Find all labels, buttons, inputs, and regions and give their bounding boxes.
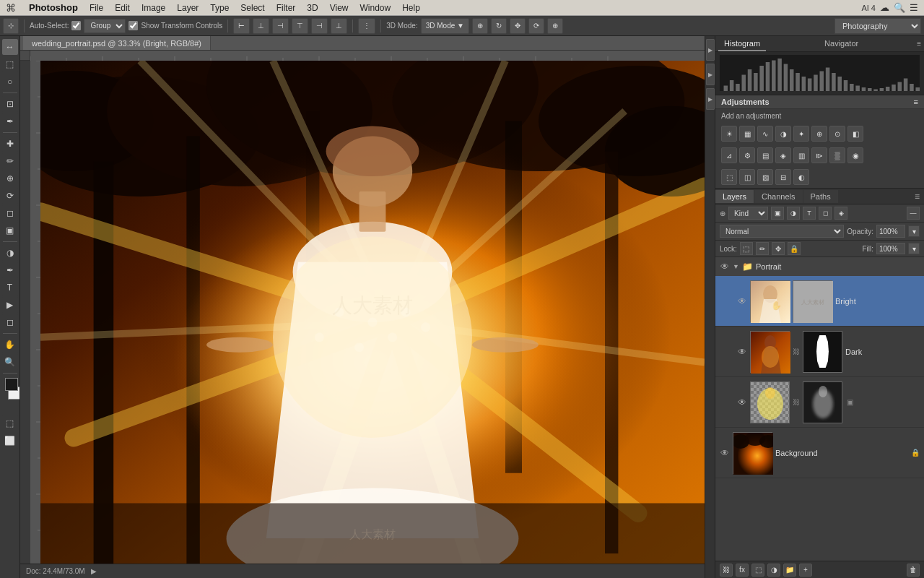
canvas-area[interactable]: 人大素材 人大素材	[40, 61, 705, 564]
new-group-btn[interactable]: 📁	[783, 564, 796, 577]
adj-invert-btn[interactable]: ◈	[775, 147, 791, 163]
adj-curves-btn[interactable]: ∿	[757, 126, 773, 142]
panel-menu-icon[interactable]: ≡	[917, 40, 921, 48]
adj-extra-4-btn[interactable]: ⊟	[775, 169, 791, 185]
lock-artboard-btn[interactable]: ✥	[772, 242, 785, 255]
layers-tab[interactable]: Layers	[715, 190, 754, 203]
pan-btn[interactable]: ✥	[510, 18, 526, 34]
delete-layer-btn[interactable]: 🗑	[907, 564, 920, 577]
distribute-btn[interactable]: ⋮	[358, 18, 375, 34]
channels-tab[interactable]: Channels	[754, 190, 803, 203]
menu-3d[interactable]: 3D	[301, 1, 323, 14]
collapse-panel-btn-1[interactable]: ▶	[706, 39, 715, 61]
link-layers-btn[interactable]: ⛓	[720, 564, 733, 577]
move-tool[interactable]: ↔	[2, 39, 18, 55]
paths-tab[interactable]: Paths	[803, 190, 839, 203]
select-tool[interactable]: ⬚	[2, 56, 18, 72]
adjustments-menu[interactable]: ≡	[914, 98, 918, 106]
filter-pixel-btn[interactable]: ▣	[771, 207, 784, 220]
add-fx-btn[interactable]: fx	[736, 564, 749, 577]
collapse-panel-btn-3[interactable]: ▶	[706, 88, 715, 110]
brush-tool[interactable]: ✏	[2, 153, 18, 169]
menu-window[interactable]: Window	[354, 1, 397, 14]
blend-mode-select[interactable]: Normal Multiply Screen Overlay	[720, 225, 844, 238]
menu-view[interactable]: View	[324, 1, 354, 14]
adj-color-balance-btn[interactable]: ⊙	[829, 126, 845, 142]
hand-tool[interactable]: ✋	[2, 337, 18, 353]
zoom-tool[interactable]: 🔍	[2, 354, 18, 370]
3d-mode-btn[interactable]: 3D Mode ▼	[421, 18, 469, 34]
menu-type[interactable]: Type	[204, 1, 235, 14]
layer-group-portrait[interactable]: 👁 ▼ 📁 Portrait	[715, 257, 924, 276]
layer-bright[interactable]: 👁	[715, 276, 924, 327]
quick-mask-btn[interactable]: ⬚	[2, 415, 18, 431]
adj-brightness-btn[interactable]: ☀	[721, 126, 737, 142]
foreground-color[interactable]	[5, 378, 18, 391]
eyedrop-tool[interactable]: ✒	[2, 113, 18, 129]
compass-btn[interactable]: ⊕	[472, 18, 488, 34]
lock-position-btn[interactable]: ✏	[756, 242, 769, 255]
add-mask-btn[interactable]: ⬚	[751, 564, 764, 577]
align-right-btn[interactable]: ⊣	[272, 18, 289, 34]
opacity-input[interactable]	[876, 225, 905, 238]
layer-background[interactable]: 👁	[715, 428, 924, 478]
menu-help[interactable]: Help	[396, 1, 426, 14]
adj-vibrance-btn[interactable]: ✦	[793, 126, 809, 142]
filter-type-btn[interactable]: T	[803, 207, 816, 220]
adj-photo-filter-btn[interactable]: ⊿	[721, 147, 737, 163]
apple-menu[interactable]: ⌘	[6, 2, 16, 14]
layer-glow[interactable]: 👁	[715, 377, 924, 428]
adj-gradient-map-btn[interactable]: ▒	[829, 147, 845, 163]
adj-posterize-btn[interactable]: ▥	[793, 147, 809, 163]
auto-select-dropdown[interactable]: Group Layer	[84, 19, 126, 33]
lasso-tool[interactable]: ○	[2, 74, 18, 90]
screen-mode-btn[interactable]: ⬜	[2, 433, 18, 449]
layer-dark[interactable]: 👁	[715, 327, 924, 377]
layers-panel-menu-btn[interactable]: ≡	[910, 191, 924, 202]
align-bottom-btn[interactable]: ⊥	[331, 18, 347, 34]
adj-levels-btn[interactable]: ▦	[739, 126, 755, 142]
new-adjustment-btn[interactable]: ◑	[767, 564, 780, 577]
search-icon[interactable]: 🔍	[894, 2, 905, 13]
opacity-dropdown-btn[interactable]: ▾	[908, 225, 920, 237]
adj-exposure-btn[interactable]: ◑	[775, 126, 791, 142]
portrait-group-arrow[interactable]: ▼	[733, 263, 739, 270]
cloud-icon[interactable]: ☁	[880, 2, 889, 13]
histogram-tab[interactable]: Histogram	[718, 37, 766, 51]
adj-color-lookup-btn[interactable]: ▤	[757, 147, 773, 163]
roll-btn[interactable]: ⟳	[528, 18, 544, 34]
lock-all-btn[interactable]: 🔒	[788, 242, 801, 255]
gradient-tool[interactable]: ▣	[2, 223, 18, 238]
collapse-panel-btn-2[interactable]: ▶	[706, 64, 715, 85]
type-tool[interactable]: T	[2, 280, 18, 296]
align-center-btn[interactable]: ⊥	[253, 18, 269, 34]
auto-select-checkbox[interactable]	[71, 21, 81, 30]
filter-shape-btn[interactable]: ◻	[819, 207, 832, 220]
crop-tool[interactable]: ⊡	[2, 96, 18, 112]
rotate-btn[interactable]: ↻	[491, 18, 507, 34]
history-brush-tool[interactable]: ⟳	[2, 188, 18, 204]
bg-layer-eye[interactable]: 👁	[720, 448, 730, 458]
adj-extra-2-btn[interactable]: ◫	[739, 169, 755, 185]
menu-filter[interactable]: Filter	[271, 1, 302, 14]
fill-dropdown-btn[interactable]: ▾	[908, 243, 920, 254]
adj-extra-5-btn[interactable]: ◐	[793, 169, 809, 185]
zoom-tool-btn[interactable]: ⊕	[547, 18, 563, 34]
glow-layer-eye[interactable]: 👁	[737, 397, 747, 407]
stamp-tool[interactable]: ⊕	[2, 171, 18, 186]
lock-pixels-btn[interactable]: ⬚	[740, 242, 753, 255]
menu-file[interactable]: File	[84, 1, 109, 14]
app-name[interactable]: Photoshop	[23, 1, 84, 14]
navigator-tab[interactable]: Navigator	[819, 37, 864, 51]
new-layer-btn[interactable]: +	[799, 564, 812, 577]
workspace-dropdown[interactable]: Photography Essentials Design	[834, 18, 921, 34]
heal-tool[interactable]: ✚	[2, 136, 18, 152]
filter-adj-btn[interactable]: ◑	[787, 207, 800, 220]
canvas-tab-active[interactable]: wedding_portrait.psd @ 33.3% (Bright, RG…	[23, 36, 211, 50]
filter-toggle-btn[interactable]: —	[907, 207, 920, 220]
shape-tool[interactable]: ◻	[2, 314, 18, 330]
fill-input[interactable]	[876, 243, 905, 254]
adj-selective-color-btn[interactable]: ◉	[847, 147, 863, 163]
menu-image[interactable]: Image	[136, 1, 171, 14]
pen-tool[interactable]: ✒	[2, 262, 18, 278]
